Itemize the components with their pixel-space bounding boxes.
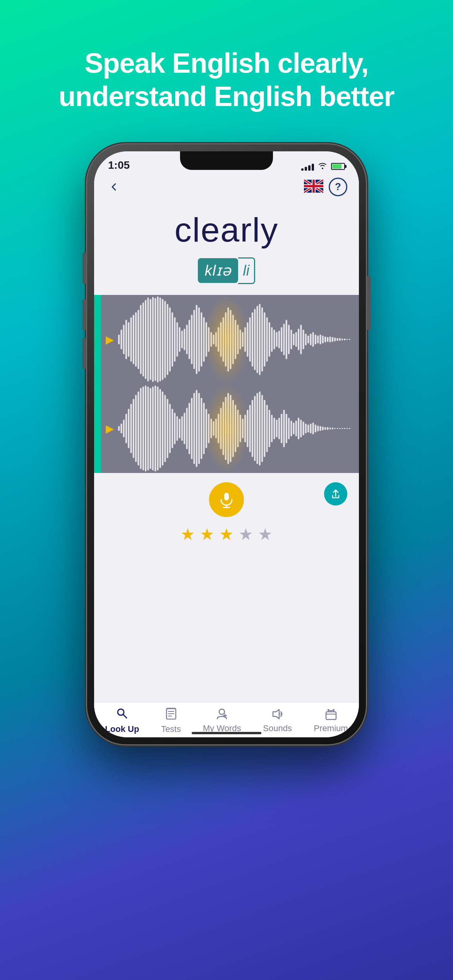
- waveform-row-1[interactable]: ▶: [94, 295, 359, 384]
- svg-rect-164: [281, 413, 282, 443]
- svg-rect-162: [276, 420, 278, 437]
- nav-item-sounds[interactable]: Sounds: [263, 708, 292, 733]
- word-section: clearly klɪə li: [94, 202, 359, 295]
- svg-rect-193: [224, 493, 229, 500]
- svg-rect-37: [206, 322, 207, 356]
- nav-label-sounds: Sounds: [263, 723, 292, 733]
- star-4[interactable]: ★: [239, 525, 253, 544]
- phonetic-suffix: li: [238, 257, 255, 284]
- svg-rect-86: [324, 336, 326, 342]
- svg-rect-151: [249, 404, 251, 452]
- svg-rect-84: [319, 334, 321, 344]
- svg-rect-43: [220, 322, 221, 356]
- nav-item-mywords[interactable]: My Words: [203, 708, 241, 733]
- svg-rect-54: [247, 322, 248, 356]
- svg-rect-78: [305, 333, 307, 345]
- svg-rect-152: [252, 400, 253, 457]
- svg-rect-188: [339, 428, 341, 429]
- svg-rect-95: [346, 339, 348, 340]
- svg-rect-192: [349, 428, 350, 429]
- svg-rect-81: [312, 332, 314, 347]
- play-button-1[interactable]: ▶: [106, 333, 114, 346]
- svg-rect-65: [273, 329, 275, 349]
- svg-rect-57: [254, 309, 256, 370]
- svg-rect-99: [123, 420, 125, 437]
- svg-rect-181: [322, 427, 324, 430]
- svg-rect-24: [174, 317, 175, 362]
- svg-rect-112: [154, 385, 156, 471]
- main-word: clearly: [106, 210, 347, 250]
- svg-rect-71: [288, 324, 290, 354]
- star-5[interactable]: ★: [258, 525, 273, 544]
- svg-rect-167: [288, 418, 290, 439]
- svg-rect-183: [327, 427, 328, 430]
- svg-rect-79: [307, 336, 309, 343]
- svg-rect-36: [203, 317, 205, 362]
- svg-rect-136: [213, 421, 214, 436]
- svg-rect-35: [201, 312, 202, 367]
- star-3[interactable]: ★: [219, 525, 234, 544]
- svg-rect-90: [334, 338, 336, 341]
- svg-rect-143: [230, 395, 231, 462]
- signal-bar-4: [312, 164, 314, 171]
- svg-rect-15: [152, 297, 154, 382]
- nav-label-premium: Premium: [314, 723, 348, 733]
- svg-rect-4: [125, 320, 127, 359]
- svg-rect-82: [315, 334, 316, 344]
- header-right: ?: [304, 178, 347, 196]
- signal-bar-3: [308, 165, 311, 171]
- svg-rect-140: [223, 402, 224, 455]
- svg-rect-40: [213, 334, 214, 344]
- svg-rect-147: [240, 415, 241, 442]
- nav-label-lookup: Look Up: [105, 724, 139, 734]
- svg-rect-187: [336, 428, 338, 429]
- svg-rect-166: [286, 413, 287, 443]
- waveform-container: ▶: [94, 295, 359, 473]
- phonetic-main-text: klɪə: [205, 262, 231, 279]
- svg-rect-26: [179, 327, 180, 352]
- waveform-row-2[interactable]: ▶: [94, 384, 359, 473]
- svg-rect-50: [237, 324, 239, 354]
- uk-flag-button[interactable]: [304, 180, 323, 194]
- svg-rect-127: [191, 398, 192, 459]
- svg-rect-45: [225, 312, 226, 367]
- svg-rect-150: [247, 409, 248, 447]
- signal-bar-1: [301, 168, 304, 171]
- svg-rect-41: [215, 332, 217, 347]
- svg-rect-157: [264, 400, 265, 457]
- svg-rect-132: [203, 403, 205, 454]
- play-button-2[interactable]: ▶: [106, 422, 114, 435]
- svg-rect-128: [193, 393, 195, 464]
- back-button[interactable]: [106, 178, 123, 195]
- phone-screen: 1:05: [94, 151, 359, 737]
- svg-rect-11: [142, 302, 144, 377]
- svg-rect-72: [290, 329, 292, 349]
- svg-rect-46: [227, 307, 229, 372]
- wifi-icon: [318, 161, 327, 171]
- svg-rect-2: [120, 329, 122, 349]
- svg-rect-27: [181, 331, 183, 348]
- help-button[interactable]: ?: [329, 178, 347, 196]
- share-button[interactable]: [324, 482, 347, 505]
- microphone-button[interactable]: [209, 482, 244, 517]
- svg-rect-18: [160, 297, 161, 381]
- svg-rect-138: [218, 413, 219, 443]
- svg-rect-59: [259, 304, 261, 375]
- svg-rect-100: [125, 413, 127, 443]
- star-1[interactable]: ★: [180, 525, 195, 544]
- nav-item-tests[interactable]: Tests: [161, 707, 181, 734]
- svg-rect-6: [130, 317, 132, 362]
- nav-item-lookup[interactable]: Look Up: [105, 707, 139, 734]
- svg-rect-115: [162, 391, 163, 466]
- svg-rect-62: [266, 317, 268, 362]
- svg-rect-141: [225, 397, 226, 460]
- svg-point-202: [219, 709, 225, 714]
- svg-rect-19: [162, 299, 163, 380]
- nav-item-premium[interactable]: Premium: [314, 708, 348, 733]
- svg-rect-98: [120, 423, 122, 433]
- svg-rect-32: [193, 310, 195, 369]
- svg-rect-51: [240, 329, 241, 349]
- svg-rect-93: [341, 338, 343, 340]
- svg-rect-109: [147, 386, 149, 470]
- star-2[interactable]: ★: [200, 525, 214, 544]
